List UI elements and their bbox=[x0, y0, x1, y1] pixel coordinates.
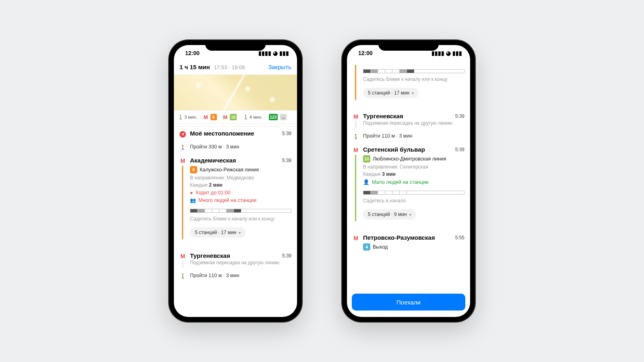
step-time: 5:39 bbox=[455, 147, 464, 152]
station-title: Сретенский бульвар bbox=[363, 146, 464, 153]
step-time: 5:39 bbox=[455, 113, 464, 119]
expand-stops-button[interactable]: 5 станций · 17 мин ▾ bbox=[363, 88, 419, 98]
expand-stops-button[interactable]: 5 станций · 17 мин ▾ bbox=[190, 227, 246, 238]
line-badge-6: 6 bbox=[211, 114, 217, 120]
status-time: 12:00 bbox=[185, 50, 200, 56]
alert-icon: ● bbox=[190, 190, 193, 195]
route-map[interactable] bbox=[174, 74, 297, 111]
signal-icon: ▮▮▮▮ bbox=[258, 50, 271, 56]
metro-icon: M bbox=[353, 235, 359, 241]
direction-text: В направлении: Медведково bbox=[190, 175, 291, 181]
metro-icon: M bbox=[180, 158, 186, 164]
chevron-down-icon: ▾ bbox=[409, 212, 411, 217]
station-title: Академическая bbox=[190, 157, 291, 164]
bus-badge: 123 bbox=[269, 114, 278, 120]
step-time: 5:55 bbox=[455, 235, 464, 241]
walk-segment: 🚶 Пройти 110 м · 3 мин bbox=[353, 133, 464, 139]
metro-icon: M bbox=[223, 114, 227, 120]
wifi-icon: ◕ bbox=[273, 50, 278, 56]
status-indicators: ▮▮▮▮ ◕ ▮▮▮ bbox=[431, 50, 462, 56]
walk-segment: 🚶 Пройти 330 м · 3 мин bbox=[180, 144, 291, 150]
line-name: Калужско-Рижская линия bbox=[200, 167, 259, 173]
station-title: Тургеневская bbox=[190, 252, 291, 259]
step-station-turgenevskaya[interactable]: M Тургеневская 5:39 Подземная пересадка … bbox=[180, 252, 291, 265]
battery-icon: ▮▮▮ bbox=[452, 50, 462, 56]
person-icon: 👤 bbox=[363, 179, 369, 185]
chevron-down-icon: ▾ bbox=[239, 230, 241, 235]
transfer-note: Подземная пересадка на другую линию bbox=[363, 120, 464, 126]
boarding-hint: Садитесь ближе к началу или к концу bbox=[190, 216, 291, 222]
chevron-right-icon: › bbox=[265, 115, 266, 119]
walk-icon: 🚶 bbox=[180, 274, 186, 279]
boarding-hint: Садитесь ближе к началу или к концу bbox=[363, 76, 464, 82]
until-text: Ходит до 01:00 bbox=[195, 190, 230, 195]
walk-text: Пройти 110 м · 3 мин bbox=[190, 273, 291, 278]
train-car-diagram bbox=[363, 191, 464, 195]
train-car-diagram bbox=[363, 69, 464, 73]
direction-text: В направлении: Селигерская bbox=[363, 164, 464, 170]
transfer-note: Подземная пересадка на другую линию bbox=[190, 260, 291, 265]
frequency-text: Каждые 2 мин bbox=[190, 182, 291, 188]
chevron-right-icon: › bbox=[219, 115, 221, 119]
walk-text: Пройти 110 м · 3 мин bbox=[363, 133, 464, 139]
step-station-akademicheskaya[interactable]: M Академическая 5:39 6 Калужско-Рижская … bbox=[180, 157, 291, 238]
phone-mockup-2: 12:00 ▮▮▮▮ ◕ ▮▮▮ Садитесь ближе к нач bbox=[342, 40, 475, 322]
notch bbox=[205, 40, 266, 51]
time-range: 17:53 - 19:09 bbox=[214, 64, 245, 70]
exit-number-badge: 4 bbox=[363, 243, 370, 251]
step-time: 5:39 bbox=[282, 158, 291, 163]
walk-icon: 🚶 bbox=[353, 134, 359, 140]
expand-stops-button[interactable]: 5 станций · 9 мин ▾ bbox=[363, 209, 416, 220]
step-station-petrovsko[interactable]: M Петровско-Разумовская 5:55 4 Выход bbox=[353, 234, 464, 251]
boarding-hint: Садитесь в начало bbox=[363, 198, 464, 204]
walk-icon: 🚶 bbox=[178, 115, 184, 120]
step-current-location[interactable]: Моё местоположение 5:39 bbox=[180, 130, 291, 137]
route-header: 1 ч 15 мин 17:53 - 19:09 Закрыть bbox=[174, 61, 297, 74]
metro-icon: M bbox=[180, 253, 186, 259]
line-name: Люблинско-Дмитровская линия bbox=[373, 156, 446, 162]
step-station-turgenevskaya[interactable]: M Тургеневская 5:39 Подземная пересадка … bbox=[353, 113, 464, 126]
exit-label: Выход bbox=[373, 244, 388, 250]
wifi-icon: ◕ bbox=[446, 50, 451, 56]
step-title: Моё местоположение bbox=[190, 130, 291, 137]
chevron-right-icon: › bbox=[200, 115, 201, 119]
line-badge-10: 10 bbox=[230, 114, 237, 120]
train-car-diagram bbox=[190, 209, 291, 213]
walk-icon: 🚶 bbox=[180, 145, 186, 150]
metro-icon: M bbox=[353, 113, 359, 120]
status-time: 12:00 bbox=[358, 50, 373, 56]
crowd-text: Мало людей на станции bbox=[372, 179, 429, 185]
step-station-sretensky[interactable]: M Сретенский бульвар 5:39 10 Люблинско-Д… bbox=[353, 146, 464, 220]
crowd-icon: 👥 bbox=[190, 197, 196, 203]
more-badge: ... bbox=[280, 114, 287, 120]
station-title: Тургеневская bbox=[363, 113, 464, 119]
line-number-badge: 10 bbox=[363, 155, 370, 162]
seg-walk-2: 4 мин. bbox=[250, 115, 262, 119]
status-indicators: ▮▮▮▮ ◕ ▮▮▮ bbox=[258, 50, 289, 56]
frequency-text: Каждые 3 мин bbox=[363, 171, 464, 177]
location-icon bbox=[180, 131, 186, 138]
battery-icon: ▮▮▮ bbox=[279, 50, 289, 56]
notch bbox=[378, 40, 439, 51]
step-time: 5:39 bbox=[282, 253, 291, 259]
phone-mockup-1: 12:00 ▮▮▮▮ ◕ ▮▮▮ 1 ч 15 мин 17:53 - 19:0… bbox=[169, 40, 302, 322]
segment-bar[interactable]: 🚶3 мин. › M 6 › M 10 › 🚶4 мин. › 123 ... bbox=[174, 111, 297, 124]
seg-walk-1: 3 мин. bbox=[184, 115, 197, 119]
step-time: 5:39 bbox=[282, 131, 291, 136]
walk-icon: 🚶 bbox=[243, 115, 249, 120]
line-number-badge: 6 bbox=[190, 166, 197, 173]
signal-icon: ▮▮▮▮ bbox=[431, 50, 444, 56]
station-title: Петровско-Разумовская bbox=[363, 234, 464, 241]
continued-segment: Садитесь ближе к началу или к концу 5 ст… bbox=[353, 69, 464, 98]
chevron-down-icon: ▾ bbox=[412, 91, 414, 95]
walk-text: Пройти 330 м · 3 мин bbox=[190, 144, 291, 150]
close-button[interactable]: Закрыть bbox=[268, 64, 291, 70]
walk-segment: 🚶 Пройти 110 м · 3 мин bbox=[180, 273, 291, 278]
crowd-text: Много людей на станции bbox=[198, 197, 256, 203]
metro-icon: M bbox=[204, 114, 208, 120]
chevron-right-icon: › bbox=[239, 115, 241, 119]
metro-icon: M bbox=[353, 147, 359, 153]
go-button[interactable]: Поехали bbox=[352, 294, 465, 311]
total-duration: 1 ч 15 мин bbox=[180, 64, 210, 70]
